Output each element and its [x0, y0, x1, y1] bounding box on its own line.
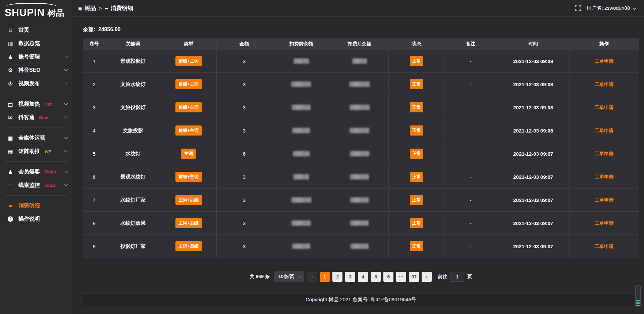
- type-badge: 前缀+主词: [175, 125, 202, 136]
- page-button-5[interactable]: 5: [371, 272, 381, 282]
- bar-chart-icon: ▥: [7, 40, 14, 47]
- column-header: 备注: [444, 38, 497, 50]
- goto-page: 前往 页: [438, 272, 472, 282]
- cell-status: 正常: [389, 212, 444, 235]
- status-badge: 正常: [410, 241, 423, 251]
- chevron-down-icon: [64, 67, 68, 71]
- cell-balance-after: [330, 119, 389, 142]
- cell-no: 2: [83, 73, 105, 96]
- sidebar-item-account-management[interactable]: ♟账号管理: [0, 50, 72, 63]
- work-order-link[interactable]: 工单申请: [595, 128, 613, 133]
- sidebar-item-instructions[interactable]: ?操作说明: [0, 212, 72, 226]
- masked-value: [350, 174, 369, 179]
- page-button-1[interactable]: 1: [320, 272, 330, 282]
- cell-action: 工单申请: [569, 96, 639, 119]
- table-row: 4文旅投影前缀+主词3正常-2021-12-03 09:08工单申请: [83, 119, 639, 142]
- masked-value: [350, 220, 369, 226]
- cell-keyword: 景观水纹灯: [105, 165, 161, 189]
- sidebar-item-consume-detail[interactable]: ▰消费明细: [0, 199, 72, 212]
- table-row: 7水纹灯厂家主词+后缀3正常-2021-12-03 09:07工单申请: [83, 189, 639, 212]
- status-badge: 正常: [410, 218, 423, 228]
- cell-status: 正常: [389, 165, 444, 189]
- cell-status: 正常: [389, 50, 444, 73]
- status-badge: 正常: [410, 172, 423, 182]
- sidebar-item-video-publish[interactable]: ✇视频发布: [0, 77, 72, 90]
- cell-balance-after: [330, 50, 389, 73]
- column-header: 金额: [216, 38, 272, 50]
- work-order-link[interactable]: 工单申请: [595, 174, 613, 179]
- sidebar-item-media-operation[interactable]: ▣全媒体运营: [0, 131, 72, 145]
- cell-status: 正常: [389, 235, 444, 258]
- sidebar-item-douketong[interactable]: ✉抖客通New: [0, 111, 72, 124]
- column-header: 操作: [569, 38, 639, 50]
- cell-amount: 3: [216, 50, 272, 73]
- column-header: 时间: [497, 38, 569, 50]
- cell-time: 2021-12-03 09:07: [497, 189, 569, 212]
- sidebar-item-label: 矩阵助推: [18, 148, 40, 155]
- work-order-link[interactable]: 工单申请: [595, 151, 613, 156]
- sidebar-item-video-heating[interactable]: ▤视频加热Hot: [0, 97, 72, 111]
- table-body: 1景观投影灯前缀+主词3正常-2021-12-03 09:08工单申请2文旅水纹…: [83, 50, 639, 258]
- work-order-link[interactable]: 工单申请: [595, 197, 613, 203]
- monitor-icon: ▣: [7, 135, 14, 141]
- masked-value: [292, 244, 310, 249]
- cell-action: 工单申请: [569, 165, 639, 189]
- floating-widget[interactable]: [635, 285, 641, 307]
- type-badge: 主词+后缀: [175, 218, 202, 228]
- cell-keyword: 文旅水纹灯: [105, 73, 161, 96]
- page-button-97[interactable]: 97: [409, 272, 419, 282]
- sidebar-item-label: 视频发布: [18, 80, 40, 87]
- type-badge: 前缀+主词: [175, 102, 202, 112]
- chevron-down-icon: [64, 81, 68, 85]
- cell-keyword: 水纹灯效果: [105, 212, 161, 235]
- sidebar-item-home[interactable]: ⌂首页: [0, 23, 72, 37]
- app-window: SHUPIN 树品 ⌂首页▥数据总览♟账号管理⚙抖音SEO✇视频发布▤视频加热H…: [0, 0, 644, 314]
- sidebar-item-data-overview[interactable]: ▥数据总览: [0, 37, 72, 50]
- page-button-3[interactable]: 3: [345, 272, 355, 282]
- cell-status: 正常: [389, 142, 444, 165]
- cell-time: 2021-12-03 09:07: [497, 235, 569, 258]
- sidebar-item-douyin-seo[interactable]: ⚙抖音SEO: [0, 63, 72, 77]
- cell-no: 6: [83, 165, 105, 189]
- sidebar-item-label: 全媒体运营: [18, 135, 45, 142]
- cell-balance-after: [330, 142, 389, 165]
- chevron-down-icon: [298, 274, 301, 278]
- cell-status: 正常: [389, 73, 444, 96]
- cell-remark: -: [444, 212, 497, 235]
- page-button-2[interactable]: 2: [332, 272, 342, 282]
- cell-keyword: 水纹灯: [105, 142, 161, 165]
- sidebar-item-matrix-boost[interactable]: ▦矩阵助推VIP: [0, 145, 72, 158]
- cell-no: 8: [83, 212, 105, 235]
- cell-remark: -: [444, 119, 497, 142]
- cell-time: 2021-12-03 09:08: [497, 73, 569, 96]
- username-label: 用户名: zswodun88: [587, 5, 630, 11]
- goto-page-input[interactable]: [450, 272, 464, 282]
- logo-arc-icon: [6, 3, 56, 6]
- prev-page-button[interactable]: ‹: [307, 272, 317, 282]
- cell-type: 前缀+主词: [161, 119, 216, 142]
- work-order-link[interactable]: 工单申请: [595, 58, 613, 64]
- breadcrumb-item-app[interactable]: ▣ 树品: [78, 4, 96, 12]
- work-order-link[interactable]: 工单申请: [595, 82, 613, 87]
- work-order-link[interactable]: 工单申请: [595, 220, 613, 226]
- fullscreen-icon[interactable]: [575, 5, 581, 11]
- breadcrumb-item-consume-detail[interactable]: ▰ 消费明细: [105, 4, 133, 12]
- cell-keyword: 文旅投影: [105, 119, 161, 142]
- sidebar-item-clue-monitor[interactable]: ≡线索监控Tools: [0, 178, 72, 192]
- cell-time: 2021-12-03 09:08: [497, 50, 569, 73]
- page-button-6[interactable]: 6: [383, 272, 393, 282]
- cell-remark: -: [444, 165, 497, 189]
- cell-action: 工单申请: [569, 73, 639, 96]
- cell-time: 2021-12-03 09:07: [497, 212, 569, 235]
- sidebar-item-member-baoke[interactable]: ♟会员爆客Tools: [0, 165, 72, 178]
- work-order-link[interactable]: 工单申请: [595, 105, 613, 110]
- copyright-text: Copyright 树品 2021 备案号: 粤ICP备09019646号: [306, 297, 416, 303]
- user-menu[interactable]: 用户名: zswodun88: [587, 5, 635, 11]
- page-button-4[interactable]: 4: [358, 272, 368, 282]
- page-size-select[interactable]: 10条/页: [274, 271, 304, 282]
- next-page-button[interactable]: ›: [422, 272, 432, 282]
- more-pages-button[interactable]: ···: [396, 272, 406, 282]
- status-badge: 正常: [410, 149, 423, 159]
- work-order-link[interactable]: 工单申请: [595, 244, 613, 249]
- consume-table: 序号关键词类型金额扣费前余额扣费后余额状态备注时间操作 1景观投影灯前缀+主词3…: [83, 38, 639, 258]
